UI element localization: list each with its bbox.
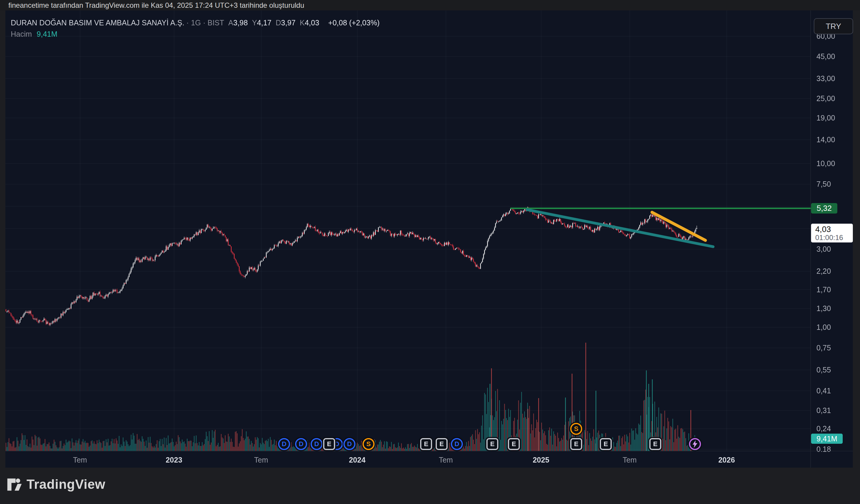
price-tick: 2,20 xyxy=(816,267,831,276)
price-tick: 0,75 xyxy=(816,343,831,352)
price-tick: 45,00 xyxy=(816,52,835,61)
dividend-marker[interactable]: D xyxy=(278,438,290,450)
ohlc-key: A xyxy=(228,18,233,27)
dividend-marker[interactable]: D xyxy=(295,438,307,450)
price-tick: 0.18 xyxy=(816,445,831,453)
tradingview-snapshot: fineancetime tarafından TradingView.com … xyxy=(0,0,860,504)
earnings-marker[interactable]: E xyxy=(436,438,448,450)
price-tick: 0,41 xyxy=(816,386,831,395)
time-tick-year: 2026 xyxy=(718,456,735,464)
time-axis-separator xyxy=(5,451,853,451)
dividend-marker[interactable]: D xyxy=(451,438,463,450)
legend: DURAN DOĞAN BASIM VE AMBALAJ SANAYİ A.Ş.… xyxy=(11,18,379,39)
price-tick: 19,00 xyxy=(816,114,835,122)
tradingview-logo[interactable]: TradingView xyxy=(7,477,105,492)
price-tick: 7,50 xyxy=(816,179,831,188)
price-tick: 14,00 xyxy=(816,135,835,144)
ohlc-key: D xyxy=(276,18,281,27)
currency-toggle-button[interactable]: TRY xyxy=(814,18,853,34)
time-tick-month: Tem xyxy=(439,456,453,464)
price-tick: 1,70 xyxy=(816,285,831,294)
bar-countdown: 01:00:16 xyxy=(815,234,843,241)
earnings-marker[interactable]: E xyxy=(420,438,432,450)
price-chart-canvas[interactable] xyxy=(0,0,860,504)
time-tick-year: 2024 xyxy=(349,456,366,464)
price-tick: 25,00 xyxy=(816,94,835,103)
earnings-marker[interactable]: E xyxy=(649,438,661,450)
volume-row-label: Hacim xyxy=(11,30,32,39)
time-tick-month: Tem xyxy=(622,456,636,464)
last-price-label: 4,03 01:00:16 xyxy=(811,224,853,242)
price-tick: 1,30 xyxy=(816,304,831,313)
price-axis-separator xyxy=(811,11,811,468)
time-tick-month: Tem xyxy=(254,456,268,464)
ohlc-key: K xyxy=(300,18,305,27)
ohlc-values: A3,98Y4,17D3,97K4,03 xyxy=(228,18,322,27)
ohlc-pair: A3,98 xyxy=(228,18,248,27)
ohlc-pair: K4,03 xyxy=(300,18,319,27)
split-marker[interactable]: S xyxy=(362,438,374,450)
symbol-title[interactable]: DURAN DOĞAN BASIM VE AMBALAJ SANAYİ A.Ş.… xyxy=(11,18,224,27)
earnings-marker[interactable]: E xyxy=(600,438,612,450)
earnings-marker[interactable]: E xyxy=(323,438,335,450)
time-tick-year: 2023 xyxy=(166,456,182,464)
change-value: +0,08 (+2,03%) xyxy=(328,18,379,27)
ohlc-pair: Y4,17 xyxy=(252,18,271,27)
split-marker[interactable]: S xyxy=(570,423,582,435)
price-tick: 0,55 xyxy=(816,365,831,374)
earnings-marker[interactable]: E xyxy=(486,438,498,450)
exchange-label: BIST xyxy=(207,18,224,27)
price-tick: 0,31 xyxy=(816,406,831,415)
tradingview-logo-text: TradingView xyxy=(27,477,105,492)
dividend-marker[interactable]: D xyxy=(311,438,322,450)
volume-axis-label: 9,41M xyxy=(811,434,843,444)
earnings-marker[interactable]: E xyxy=(570,438,582,450)
price-tick: 1,00 xyxy=(816,323,831,332)
ohlc-pair: D3,97 xyxy=(276,18,296,27)
interval-label: 1G xyxy=(191,18,201,27)
tradingview-logo-icon xyxy=(7,477,23,492)
time-tick-year: 2025 xyxy=(533,456,549,464)
volume-row-value: 9,41M xyxy=(37,30,57,39)
time-tick-month: Tem xyxy=(73,456,87,464)
ohlc-key: Y xyxy=(252,18,257,27)
price-tick: 3,00 xyxy=(816,245,831,253)
ohlc-value: 4,03 xyxy=(305,18,319,27)
ohlc-value: 3,97 xyxy=(281,18,296,27)
ohlc-value: 4,17 xyxy=(257,18,272,27)
ohlc-value: 3,98 xyxy=(233,18,248,27)
lightning-icon xyxy=(692,440,698,448)
price-tick: 10,00 xyxy=(816,159,835,168)
power-marker[interactable] xyxy=(689,438,701,450)
ray-price-label: 5,32 xyxy=(811,203,837,213)
dividend-marker[interactable]: D xyxy=(343,438,355,450)
earnings-marker[interactable]: E xyxy=(508,438,520,450)
last-price-value: 4,03 xyxy=(815,225,831,234)
price-tick: 0,24 xyxy=(816,424,831,433)
price-tick: 33,00 xyxy=(816,74,835,83)
